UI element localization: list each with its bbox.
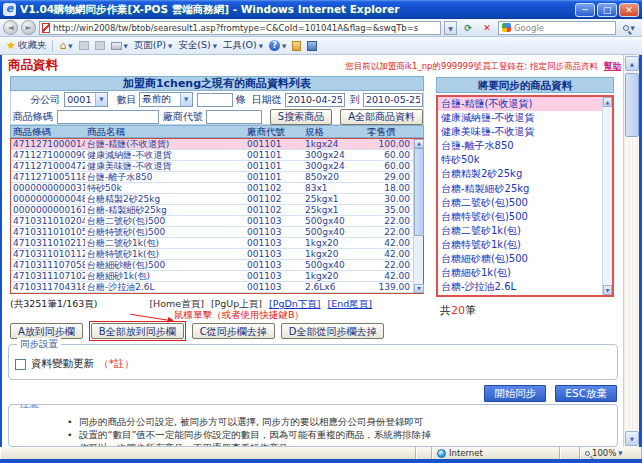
header-name: 商品名稱 (85, 126, 245, 137)
add-all-to-sync-button[interactable]: B全部放到同步欄 (91, 323, 184, 339)
count-select[interactable]: 最前的 ▼ (139, 92, 192, 107)
table-scrollbar[interactable]: ▲ ▼ (413, 139, 423, 293)
page-scrollbar[interactable]: ▲ ▼ (623, 55, 639, 447)
vendor-label: 廠商代號 (163, 110, 203, 124)
home-button[interactable]: ⌂ ▼ (59, 39, 72, 52)
sync-list-item[interactable]: 台鹽-離子水850 (438, 139, 602, 153)
add-to-sync-button[interactable]: A放到同步欄 (10, 323, 83, 339)
favorites-button[interactable]: ★ 收藏夹 (6, 39, 46, 52)
page-content: 商品資料 您目前以加盟商ik1_np的999999號員工登錄在: 指定同步商品資… (2, 55, 623, 447)
stop-button[interactable]: ✕ (479, 20, 495, 35)
page-menu[interactable]: 页面(P) ▼ (134, 39, 172, 52)
favorites-label: 收藏夹 (18, 39, 47, 52)
cell-spec: 1kgx20 (303, 249, 365, 259)
page-scroll-thumb[interactable] (625, 73, 639, 137)
sync-list-item[interactable]: 台糖特號砂(包)500 (438, 210, 602, 224)
tools-menu[interactable]: 工具(O) ▼ (223, 39, 263, 52)
sync-list-item[interactable]: 健康美味鹽-不收退貨 (438, 125, 602, 139)
page-down-link[interactable]: [PgDn下頁] (269, 298, 321, 309)
barcode-label: 商品條碼 (11, 110, 53, 124)
esc-cancel-button[interactable]: ESC放棄 (555, 385, 617, 402)
safety-menu-label: 安全(S) (178, 39, 210, 52)
sync-list-item[interactable]: 台糖細砂糖(包)500 (438, 252, 602, 266)
date-from-label: 日期從 (246, 93, 282, 107)
search-input[interactable]: Google (498, 21, 616, 35)
page-title: 商品資料 (8, 57, 58, 74)
page-type-icon (42, 23, 50, 33)
address-input[interactable]: http://win2008/tw/btob/searesult1.asp?fr… (39, 21, 441, 35)
chevron-down-icon: ▼ (124, 43, 128, 49)
help-icon: ? (269, 40, 280, 51)
search-button[interactable]: ▼ (619, 20, 639, 35)
cell-price: 29.00 (365, 172, 413, 182)
sync-list-item[interactable]: 台糖二號砂1k(包) (438, 224, 602, 238)
refresh-button[interactable]: ⟳ (460, 20, 476, 35)
scroll-down-icon[interactable]: ▼ (414, 284, 424, 293)
command-bar: ★ 收藏夹 ⌂ ▼ ▼ 页面(P) ▼ 安全(S) ▼ 工具(O) ▼ ? ▼ (0, 37, 642, 55)
sync-list-item[interactable]: 台糖-精製細砂25kg (438, 182, 602, 196)
search-dropdown-icon: ▼ (630, 25, 634, 31)
cell-barcode: 4710311010112 (11, 249, 85, 259)
back-button[interactable]: ◄ (3, 20, 18, 35)
magnifier-icon (623, 25, 629, 31)
minimize-button[interactable]: ─ (575, 3, 595, 17)
barcode-input[interactable] (57, 110, 159, 124)
scroll-down-icon[interactable]: ▼ (625, 431, 639, 446)
branch-label: 分公司 (11, 93, 60, 107)
date-from-input[interactable] (285, 93, 345, 107)
sync-list-item[interactable]: 台糖-沙拉油2.6L (438, 280, 602, 294)
sync-list-item[interactable]: 台糖細砂1k(包) (438, 266, 602, 280)
print-button[interactable]: ▼ (111, 42, 128, 50)
sync-list-item[interactable]: 健康減納鹽-不收退貨 (438, 111, 602, 125)
address-dropdown-button[interactable]: ▼ (444, 21, 457, 35)
branch-select[interactable]: 0001 ▼ (64, 92, 108, 107)
zoom-control[interactable]: 100% ▼ (580, 447, 642, 459)
forward-button[interactable]: ► (21, 20, 36, 35)
cell-barcode: 0000000000161 (11, 205, 85, 215)
sync-count-prefix: 共 (440, 304, 451, 317)
feeds-icon[interactable] (79, 41, 89, 50)
browser-window: e V1.04購物網同步作業[X-POS 雲端商務網] - Windows In… (0, 0, 642, 463)
read-mail-icon[interactable] (95, 41, 105, 50)
cell-vendor: 001102 (245, 194, 303, 204)
help-link[interactable]: 幫助 (604, 61, 621, 71)
sync-list-item[interactable]: 特砂50k (438, 153, 602, 167)
sync-list-item[interactable]: 台糖精製2砂25kg (438, 167, 602, 181)
page-end-link[interactable]: [End尾頁] (328, 298, 372, 309)
cell-spec: 300gx24 (303, 161, 365, 171)
data-change-update-checkbox[interactable] (15, 359, 26, 370)
maximize-button[interactable]: □ (597, 3, 617, 17)
sync-count: 共20筆 (440, 303, 476, 318)
remove-from-sync-button[interactable]: C從同步欄去掉 (192, 323, 275, 339)
search-products-button[interactable]: S搜索商品 (270, 109, 332, 125)
toolbar-extra-icon-1[interactable] (292, 41, 301, 51)
help-menu[interactable]: ? ▼ (269, 40, 286, 51)
scroll-up-icon[interactable]: ▲ (414, 139, 424, 148)
vendor-input[interactable] (206, 110, 262, 124)
header-barcode: 商品條碼 (11, 126, 85, 137)
close-button[interactable]: ✕ (619, 3, 639, 17)
ie-logo-icon: e (3, 3, 16, 16)
sync-list-scrollbar[interactable]: ▲ ▼ (602, 97, 612, 295)
scroll-up-icon[interactable]: ▲ (625, 56, 639, 71)
product-list-title: 加盟商1cheng之現有的商品資料列表 (10, 76, 424, 91)
remove-all-from-sync-button[interactable]: D全部從同步欄去掉 (281, 323, 385, 339)
start-sync-button[interactable]: 開始同步 (484, 385, 546, 402)
count-input[interactable] (197, 93, 233, 107)
toolbar-extra-icon-2[interactable] (307, 41, 317, 51)
cell-barcode: 4711271000090 (11, 150, 85, 160)
cell-barcode: 4711271005118 (11, 172, 85, 182)
table-scroll-thumb[interactable] (414, 148, 424, 236)
sync-list-item[interactable]: 台糖二號砂(包)500 (438, 196, 602, 210)
all-products-button[interactable]: A全部商品資料 (340, 109, 423, 125)
date-to-input[interactable] (363, 93, 423, 107)
safety-menu[interactable]: 安全(S) ▼ (178, 39, 217, 52)
scroll-down-icon[interactable]: ▼ (603, 285, 612, 295)
page-up-button: [PgUp上頁] (211, 298, 262, 309)
scroll-up-icon[interactable]: ▲ (603, 97, 612, 107)
sync-list-item[interactable]: 台糖特號砂1k(包) (438, 238, 602, 252)
cell-vendor: 001101 (245, 172, 303, 182)
table-row[interactable]: 4710311704318台糖-沙拉油2.6L0011032.6Lx6139.0… (11, 282, 423, 293)
sync-list-item[interactable]: 台鹽-精鹽(不收退貨) (438, 97, 602, 111)
cell-price: 35.00 (365, 205, 413, 215)
